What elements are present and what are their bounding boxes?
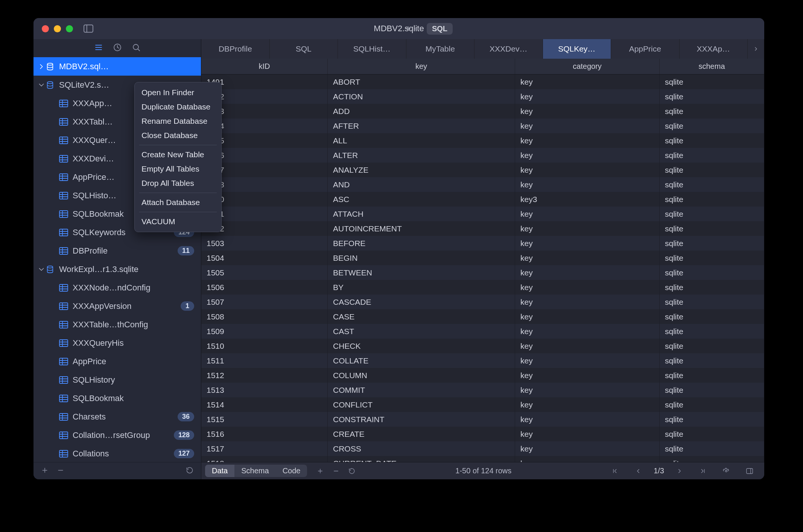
list-view-icon[interactable] xyxy=(94,43,103,53)
tab[interactable]: MyTable xyxy=(406,39,475,59)
tab[interactable]: XXXAp… xyxy=(680,39,748,59)
table-row[interactable]: 1504BEGINkeysqlite xyxy=(201,251,764,265)
add-row-icon[interactable] xyxy=(317,468,324,474)
table-row[interactable]: 1500ASCkey3sqlite xyxy=(201,192,764,207)
tab[interactable]: AppPrice xyxy=(611,39,680,59)
table-row[interactable]: 1493ADDkeysqlite xyxy=(201,104,764,119)
table-row[interactable]: 1503BEFOREkeysqlite xyxy=(201,236,764,251)
svg-rect-36 xyxy=(59,211,68,217)
table-row[interactable]: 1502AUTOINCREMENTkeysqlite xyxy=(201,221,764,236)
table-row[interactable]: 1501ATTACHkeysqlite xyxy=(201,207,764,221)
sidebar-table[interactable]: XXXQueryHis xyxy=(33,334,201,352)
table-row[interactable]: 1510CHECKkeysqlite xyxy=(201,339,764,353)
sidebar-table[interactable]: Collations 127 xyxy=(33,444,201,462)
sidebar-table[interactable]: XXXAppVersion 1 xyxy=(33,297,201,315)
svg-rect-69 xyxy=(59,377,68,383)
disclosure-icon[interactable] xyxy=(37,265,46,274)
table-label: SQLHistory xyxy=(73,375,194,385)
tab[interactable]: SQLHist… xyxy=(338,39,406,59)
window-title: MDBV2.sqlite xyxy=(374,24,424,33)
table-row[interactable]: 1516CREATEkeysqlite xyxy=(201,427,764,441)
sidebar-db[interactable]: MDBV2.sql… xyxy=(33,57,201,76)
table-row[interactable]: 1497ANALYZEkeysqlite xyxy=(201,163,764,177)
remove-row-icon[interactable] xyxy=(333,468,339,474)
settings-icon[interactable] xyxy=(723,468,730,474)
refresh-grid-icon[interactable] xyxy=(348,468,355,474)
sidebar-table[interactable]: AppPrice xyxy=(33,352,201,371)
menu-item[interactable]: Create New Table xyxy=(135,147,221,162)
sidebar-table[interactable]: XXXNode…ndConfig xyxy=(33,278,201,297)
menu-item[interactable]: Attach Database xyxy=(135,195,221,210)
table-row[interactable]: 1506BYkeysqlite xyxy=(201,280,764,295)
menu-item[interactable]: Rename Database xyxy=(135,114,221,128)
svg-rect-81 xyxy=(59,432,68,439)
table-row[interactable]: 1492ACTIONkeysqlite xyxy=(201,89,764,104)
page-prev-icon[interactable] xyxy=(635,468,642,474)
page-last-icon[interactable] xyxy=(700,468,706,474)
table-row[interactable]: 1495ALLkeysqlite xyxy=(201,133,764,148)
table-row[interactable]: 1515CONSTRAINTkeysqlite xyxy=(201,412,764,427)
tab[interactable]: SQLKey… xyxy=(543,39,611,59)
col-schema[interactable]: schema xyxy=(660,59,764,74)
page-next-icon[interactable] xyxy=(676,468,683,474)
table-row[interactable]: 1505BETWEENkeysqlite xyxy=(201,265,764,280)
tab[interactable]: DBProfile xyxy=(201,39,270,59)
sidebar-table[interactable]: Collation…rsetGroup 128 xyxy=(33,426,201,444)
page-indicator: 1/3 xyxy=(654,467,664,475)
table-row[interactable]: 1494AFTERkeysqlite xyxy=(201,119,764,133)
table-row[interactable]: 1512COLUMNkeysqlite xyxy=(201,368,764,383)
titlebar: SQL MDBV2.sqlite xyxy=(33,18,764,39)
sidebar-table[interactable]: Charsets 36 xyxy=(33,407,201,426)
table-row[interactable]: 1496ALTERkeysqlite xyxy=(201,148,764,163)
menu-item[interactable]: Close Database xyxy=(135,128,221,143)
search-icon[interactable] xyxy=(132,43,141,53)
menu-item[interactable]: Open In Finder xyxy=(135,85,221,100)
svg-point-97 xyxy=(725,470,727,472)
menu-item[interactable]: Duplicate Database xyxy=(135,100,221,114)
menu-item[interactable]: Drop All Tables xyxy=(135,176,221,190)
sidebar-toggle-icon[interactable] xyxy=(84,24,93,33)
zoom-window-button[interactable] xyxy=(66,25,73,32)
add-db-icon[interactable] xyxy=(41,467,49,476)
table-row[interactable]: 1511COLLATEkeysqlite xyxy=(201,353,764,368)
sidebar-table[interactable]: DBProfile 11 xyxy=(33,242,201,260)
table-row[interactable]: 1498ANDkeysqlite xyxy=(201,177,764,192)
table-row[interactable]: 1513COMMITkeysqlite xyxy=(201,383,764,397)
remove-db-icon[interactable] xyxy=(57,467,64,476)
tab[interactable]: SQL xyxy=(270,39,338,59)
sidebar-table[interactable]: SQLHistory xyxy=(33,371,201,389)
row-count-badge: 127 xyxy=(174,449,194,458)
menu-item[interactable]: VACUUM xyxy=(135,214,221,229)
col-category[interactable]: category xyxy=(515,59,660,74)
sidebar-table[interactable]: XXXTable…thConfig xyxy=(33,315,201,334)
table-row[interactable]: 1517CROSSkeysqlite xyxy=(201,441,764,456)
tab[interactable]: XXXDev… xyxy=(474,39,543,59)
table-row[interactable]: 1507CASCADEkeysqlite xyxy=(201,295,764,309)
view-segments[interactable]: DataSchemaCode xyxy=(205,465,307,477)
table-row[interactable]: 1508CASEkeysqlite xyxy=(201,309,764,324)
sql-chip[interactable]: SQL xyxy=(427,23,453,35)
table-row[interactable]: 1518CURRENT_DATEkeysqlite xyxy=(201,456,764,462)
disclosure-icon[interactable] xyxy=(37,81,46,89)
table-icon xyxy=(59,118,68,126)
data-grid[interactable]: 1491ABORTkeysqlite1492ACTIONkeysqlite149… xyxy=(201,74,764,462)
col-kid[interactable]: kID xyxy=(201,59,328,74)
table-row[interactable]: 1491ABORTkeysqlite xyxy=(201,74,764,89)
segment-code[interactable]: Code xyxy=(276,465,307,477)
sidebar-table[interactable]: SQLBookmak xyxy=(33,389,201,407)
table-row[interactable]: 1509CASTkeysqlite xyxy=(201,324,764,339)
disclosure-icon[interactable] xyxy=(37,62,46,71)
tabs-scroll-right-icon[interactable] xyxy=(748,39,764,59)
close-window-button[interactable] xyxy=(42,25,49,32)
table-row[interactable]: 1514CONFLICTkeysqlite xyxy=(201,397,764,412)
refresh-sidebar-icon[interactable] xyxy=(186,467,193,476)
sidebar-db[interactable]: WorkExpl…r1.3.sqlite xyxy=(33,260,201,278)
history-icon[interactable] xyxy=(113,43,122,53)
segment-data[interactable]: Data xyxy=(205,465,234,477)
panel-right-icon[interactable] xyxy=(746,468,753,474)
col-key[interactable]: key xyxy=(328,59,515,74)
minimize-window-button[interactable] xyxy=(54,25,61,32)
menu-item[interactable]: Empty All Tables xyxy=(135,162,221,176)
page-first-icon[interactable] xyxy=(611,468,618,474)
segment-schema[interactable]: Schema xyxy=(234,465,275,477)
